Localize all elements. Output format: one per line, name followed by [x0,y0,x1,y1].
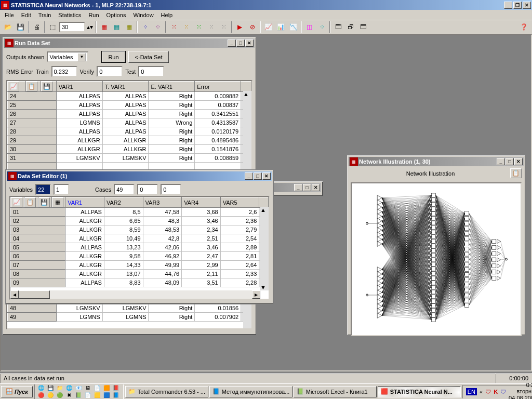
tray-lang[interactable]: EN [466,388,477,395]
tool-win1-icon[interactable]: 🗔 [332,21,344,33]
table-row[interactable]: 30ALLKGRALLKGRRight0.1541876 [8,145,251,154]
tool-grid2-icon[interactable]: ▦ [111,21,123,33]
network-index-input[interactable] [59,22,85,32]
menu-window[interactable]: Window [129,11,157,19]
tray-k-icon[interactable]: K [494,389,498,395]
table-row[interactable]: 29ALLKGRALLKGRRight0.4895486 [8,136,251,145]
dse-hscroll[interactable]: ◀ ▶ [10,290,260,299]
tool-cluster1-icon[interactable]: ⁙ [168,21,180,33]
taskbar-task-button[interactable]: 📗Microsoft Excel - Книга1 [294,386,377,397]
ql-icon[interactable]: 📄 [93,384,101,392]
menu-edit[interactable]: Edit [18,11,35,19]
table-row[interactable]: 25ALLPASALLPASRight0.00837 [8,101,251,110]
menu-train[interactable]: Train [35,11,55,19]
col-error[interactable]: Error [195,82,241,92]
start-button[interactable]: 🪟 Пуск [1,386,33,397]
col-evar1[interactable]: E. VAR1 [149,82,195,92]
dse-btn3-icon[interactable]: 💾 [38,197,50,207]
zero2-input[interactable]: 0 [161,184,181,195]
dse-btn4-icon[interactable]: ▦ [52,197,63,207]
bg-close-button[interactable]: ✕ [312,184,320,191]
ql-icon[interactable]: 📁 [56,384,64,392]
table-row[interactable]: 02ALLKGR6,6548,33,462,36 [11,217,269,225]
dataset-grid[interactable]: 📈 📋 💾 ▦ VAR1 VAR2 VAR3 VAR4 VAR5 01ALLPA… [9,196,270,300]
ql-icon[interactable]: 🔴 [37,392,45,399]
zero1-input[interactable]: 0 [137,184,158,195]
tool-chart2-icon[interactable]: 📊 [275,21,287,33]
tool-node1-icon[interactable]: ◫ [303,21,315,33]
tool-network-icon[interactable]: ⬚ [47,21,59,33]
dse-maximize-button[interactable]: □ [254,172,262,180]
dse-vscroll[interactable]: ▲ ▼ [260,207,269,290]
tool-cluster4-icon[interactable]: ⁙ [205,21,217,33]
ql-icon[interactable]: 🌐 [65,384,73,392]
dse-close-button[interactable]: ✕ [262,172,271,180]
table-row[interactable]: 09ALLPAS8,8348,093,512,28 [11,278,269,287]
tool-grid3-icon[interactable]: ▦ [123,21,135,33]
cases-input[interactable]: 49 [114,184,135,195]
tool-cluster2-icon[interactable]: ⁙ [180,21,192,33]
tool-chart3-icon[interactable]: 📉 [287,21,299,33]
taskbar-task-button[interactable]: 📘Метод иммунотипирова... [209,386,292,397]
table-row[interactable]: 24ALLPASALLPASRight0.009882 [8,92,251,101]
ql-icon[interactable]: ✖ [65,392,73,399]
run-minimize-button[interactable]: _ [228,39,236,47]
dse-col-var5[interactable]: VAR5 [220,197,259,208]
dataset-button[interactable]: <-Data Set [128,51,169,63]
table-row[interactable]: 28ALLPASALLPASRight0.0120179 [8,127,251,136]
table-row[interactable]: 49LGMNSLGMNSRight0.007902 [8,313,251,322]
tool-grid1-icon[interactable]: ▦ [98,21,110,33]
dataset-editor-titlebar[interactable]: ▦ Data Set Editor (1) _ □ ✕ [7,171,272,181]
dse-minimize-button[interactable]: _ [245,172,253,180]
grid-btn3-icon[interactable]: 💾 [41,82,52,91]
run-close-button[interactable]: ✕ [245,39,254,47]
net-illus-titlebar[interactable]: ▦ Network Illustration (1, 30) _ □ ✕ [349,157,524,166]
tool-scatter2-icon[interactable]: ⁘ [152,21,164,33]
menu-help[interactable]: Help [157,11,177,19]
tray-shield-icon[interactable]: 🛡 [485,389,491,395]
close-button[interactable]: ✕ [523,2,531,9]
ql-icon[interactable]: 📄 [84,392,92,399]
outputs-shown-combo[interactable]: Variables▼ [47,51,88,62]
ni-minimize-button[interactable]: _ [497,158,505,165]
menu-options[interactable]: Options [103,11,130,19]
table-row[interactable]: 03ALLKGR8,5948,532,342,79 [11,225,269,234]
tray-clock[interactable]: 0:25 вторник 04.08.2009 [509,382,532,399]
ql-icon[interactable]: 💾 [46,384,55,392]
ql-icon[interactable]: 🌐 [37,384,45,392]
table-row[interactable]: 01ALLPAS8,547,583,682,6 [11,208,269,217]
dse-col-var1[interactable]: VAR1 [65,197,104,208]
table-row[interactable]: 05ALLPAS13,2342,063,462,89 [11,243,269,252]
dse-btn1-icon[interactable]: 📈 [11,197,22,207]
tray-icon[interactable]: « [480,389,483,395]
ql-icon[interactable]: 🟡 [46,392,55,399]
taskbar-task-button[interactable]: 📁Total Commander 6.53 - ... [125,386,208,397]
tool-cluster3-icon[interactable]: ⁙ [193,21,205,33]
grid-btn2-icon[interactable]: 📋 [26,82,37,91]
table-row[interactable]: 04ALLKGR10,4942,82,512,54 [11,234,269,243]
ni-maximize-button[interactable]: □ [506,158,514,165]
table-row[interactable]: 07ALLKGR14,3349,992,992,64 [11,261,269,270]
variables-input[interactable]: 22 [35,184,51,195]
tool-open-icon[interactable]: 📂 [2,21,14,33]
taskbar-task-button[interactable]: 🟥STATISTICA Neural N... [378,386,461,397]
table-row[interactable]: 06ALLKGR9,5846,922,472,81 [11,252,269,261]
col-var1[interactable]: VAR1 [56,82,102,92]
menu-statistics[interactable]: Statistics [55,11,85,19]
grid-btn1-icon[interactable]: 📈 [8,82,19,91]
ql-icon[interactable]: 🖥 [84,384,92,392]
dse-btn2-icon[interactable]: 📋 [24,197,36,207]
minimize-button[interactable]: _ [504,2,512,9]
table-row[interactable]: 26ALLPASALLPASRight0.3412551 [8,110,251,118]
tool-print-icon[interactable]: 🖨 [31,21,43,33]
menu-run[interactable]: Run [85,11,102,19]
table-row[interactable]: 27LGMNSALLPASWrong0.4313587 [8,118,251,127]
ql-icon[interactable]: 📕 [112,384,120,392]
ql-icon[interactable]: 🟢 [56,392,64,399]
bg-maximize-button[interactable]: □ [303,184,311,191]
tool-run-icon[interactable]: ▶ [234,21,246,33]
tool-scatter1-icon[interactable]: ⁘ [139,21,151,33]
table-row[interactable]: 48LGMSKVLGMSKVRight0.01856 [8,304,251,313]
run-maximize-button[interactable]: □ [236,39,245,47]
run-button[interactable]: Run [101,51,125,63]
